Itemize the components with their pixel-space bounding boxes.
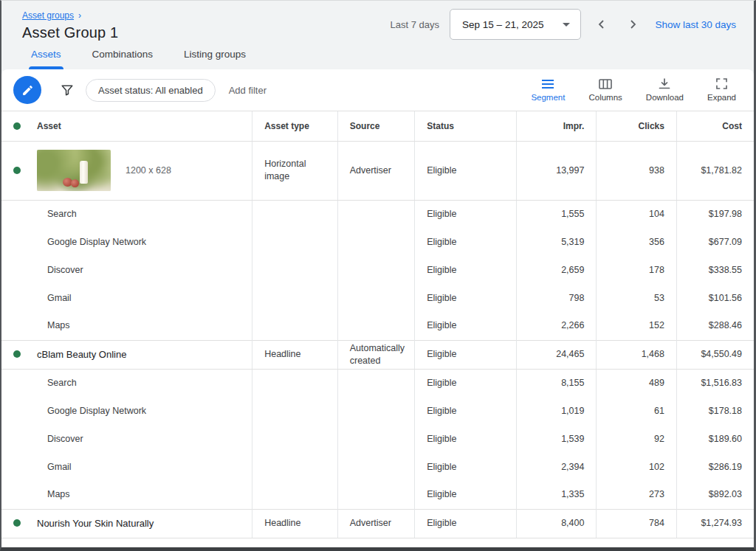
segment-cell: Gmail — [1, 453, 252, 481]
segment-cell: Maps — [1, 312, 252, 340]
download-label: Download — [646, 93, 684, 102]
cost-cell: $4,550.49 — [676, 340, 754, 369]
clicks-cell: 273 — [597, 481, 677, 509]
clicks-cell: 53 — [597, 284, 677, 312]
cost-cell: $338.55 — [676, 256, 754, 284]
status-dot[interactable] — [13, 350, 21, 358]
cost-cell: $892.03 — [676, 481, 754, 509]
download-button[interactable]: Download — [646, 78, 684, 102]
segment-label: Gmail — [13, 292, 72, 305]
next-period-button[interactable] — [622, 14, 643, 35]
impressions-cell: 24,465 — [516, 340, 597, 369]
status-cell: Eligible — [415, 425, 517, 453]
pencil-icon — [21, 84, 34, 97]
expand-label: Expand — [707, 93, 736, 102]
asset-cell: Nourish Your Skin Naturally — [1, 509, 252, 538]
impressions-cell: 798 — [516, 284, 597, 312]
source-cell — [337, 397, 415, 425]
thumbnail-product-tube — [80, 161, 88, 184]
date-range-label: Last 7 days — [391, 19, 440, 30]
add-filter-button[interactable]: Add filter — [229, 85, 267, 96]
toolbar-actions: Segment Columns Download — [531, 78, 742, 102]
chevron-left-icon — [596, 18, 608, 30]
tab-assets[interactable]: Assets — [31, 49, 61, 69]
asset-type-cell: Headline — [252, 509, 338, 538]
show-last-30-days-link[interactable]: Show last 30 days — [655, 19, 736, 30]
status-cell: Eligible — [415, 509, 517, 538]
status-dot[interactable] — [13, 167, 21, 174]
status-cell: Eligible — [415, 340, 517, 369]
clicks-cell: 356 — [597, 228, 677, 256]
segment-button[interactable]: Segment — [531, 79, 565, 102]
asset-row: cBlam Beauty OnlineHeadlineAutomatically… — [1, 340, 754, 369]
impressions-cell: 1,539 — [516, 425, 597, 453]
date-range-selector[interactable]: Sep 15 – 21, 2025 — [450, 9, 581, 40]
page-header: Asset groups › Asset Group 1 Last 7 days… — [1, 1, 754, 41]
segment-row: GmailEligible79853$101.56 — [1, 284, 754, 312]
segment-cell: Discover — [1, 256, 252, 284]
table-toolbar: Asset status: All enabled Add filter Seg… — [1, 69, 754, 111]
chevron-right-icon: › — [78, 10, 81, 21]
cost-cell: $197.98 — [676, 200, 754, 228]
segment-row: GmailEligible2,394102$286.19 — [1, 453, 754, 481]
asset-type-cell — [252, 200, 338, 228]
dropdown-caret-icon — [563, 23, 570, 27]
status-cell: Eligible — [415, 256, 517, 284]
segment-row: SearchEligible8,155489$1,516.83 — [1, 369, 754, 397]
source-cell: Advertiser — [337, 509, 415, 538]
column-header-asset-type: Asset type — [252, 111, 338, 141]
expand-icon — [716, 78, 727, 89]
segment-label: Maps — [13, 488, 70, 501]
status-cell: Eligible — [415, 141, 517, 200]
download-icon — [659, 78, 670, 89]
assets-table: Asset Asset type Source Status Impr. Cli… — [1, 111, 754, 538]
column-header-source: Source — [337, 111, 415, 141]
impressions-cell: 5,319 — [516, 228, 597, 256]
status-cell: Eligible — [415, 228, 517, 256]
clicks-cell: 784 — [597, 509, 677, 538]
asset-cell: cBlam Beauty Online — [1, 340, 252, 369]
cost-cell: $101.56 — [676, 284, 754, 312]
segment-row: MapsEligible1,335273$892.03 — [1, 481, 754, 509]
tab-combinations[interactable]: Combinations — [92, 49, 154, 69]
cost-cell: $1,274.93 — [676, 509, 754, 538]
cost-cell: $178.18 — [676, 397, 754, 425]
columns-button[interactable]: Columns — [588, 79, 622, 102]
filter-button[interactable] — [61, 83, 74, 97]
previous-period-button[interactable] — [591, 14, 612, 35]
date-range-value: Sep 15 – 21, 2025 — [462, 19, 543, 30]
segment-cell: Google Display Network — [1, 228, 252, 256]
source-cell — [337, 481, 415, 509]
source-cell — [337, 200, 415, 228]
table-header-row: Asset Asset type Source Status Impr. Cli… — [1, 111, 754, 141]
chevron-right-icon — [627, 18, 639, 30]
asset-thumbnail[interactable] — [37, 150, 111, 191]
segment-cell: Discover — [1, 425, 252, 453]
expand-button[interactable]: Expand — [707, 78, 736, 102]
status-cell: Eligible — [415, 453, 517, 481]
asset-label: cBlam Beauty Online — [37, 348, 126, 361]
status-dot[interactable] — [13, 122, 21, 130]
status-cell: Eligible — [415, 284, 517, 312]
impressions-cell: 13,997 — [516, 141, 597, 200]
source-cell — [337, 425, 415, 453]
tab-listing-groups[interactable]: Listing groups — [184, 49, 246, 69]
edit-button[interactable] — [13, 76, 41, 104]
asset-status-filter-chip[interactable]: Asset status: All enabled — [86, 79, 216, 102]
segment-label: Google Display Network — [13, 405, 146, 417]
impressions-cell: 1,335 — [516, 481, 597, 509]
cost-cell: $189.60 — [676, 425, 754, 453]
tab-bar: Assets Combinations Listing groups — [1, 49, 754, 69]
date-controls: Last 7 days Sep 15 – 21, 2025 Show last … — [391, 9, 736, 40]
asset-type-cell — [252, 312, 338, 340]
source-cell — [337, 453, 415, 481]
clicks-cell: 178 — [597, 256, 677, 284]
segment-row: DiscoverEligible2,659178$338.55 — [1, 256, 754, 284]
breadcrumb-link[interactable]: Asset groups — [22, 10, 74, 21]
column-header-cost: Cost — [676, 111, 754, 141]
clicks-cell: 1,468 — [597, 340, 677, 369]
columns-label: Columns — [588, 93, 622, 102]
table-body: 1200 x 628Horizontal imageAdvertiserElig… — [1, 141, 754, 538]
status-dot[interactable] — [13, 519, 21, 527]
asset-type-cell — [252, 369, 338, 397]
